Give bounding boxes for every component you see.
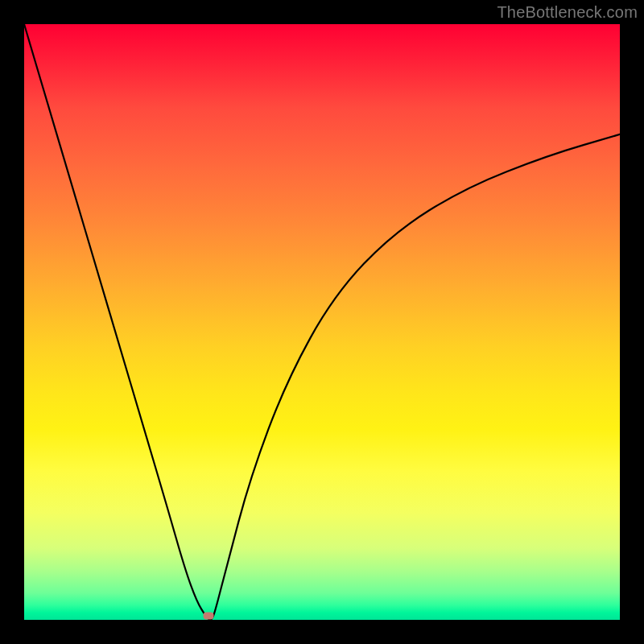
plot-area [24, 24, 620, 620]
chart-root: TheBottleneck.com [0, 0, 644, 644]
bottleneck-curve [24, 24, 620, 620]
curve-svg [24, 24, 620, 620]
optimum-marker [204, 612, 214, 619]
watermark-text: TheBottleneck.com [497, 3, 638, 22]
